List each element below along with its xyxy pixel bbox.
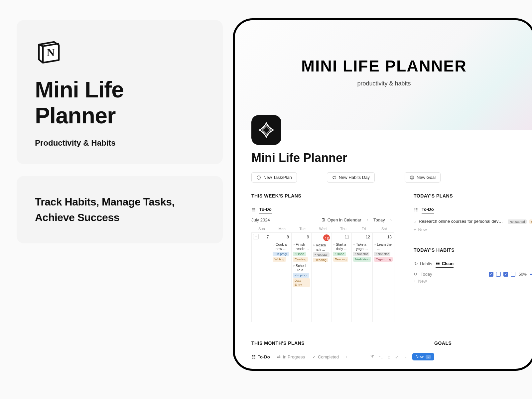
calendar-event[interactable]: Learn the …• Not starOrganizing [374, 242, 393, 262]
status-badge: • Not star [374, 252, 390, 256]
svg-point-1 [257, 176, 261, 179]
calendar-day-cell[interactable]: 13Learn the …• Not starOrganizing [373, 232, 394, 322]
habit-checkbox[interactable] [496, 272, 501, 277]
tab-month-inprogress[interactable]: ⇄ In Progress [277, 353, 305, 360]
day-header: Tue [292, 225, 313, 232]
tag-badge: Meditation [353, 257, 371, 262]
day-number: 10 [323, 234, 330, 241]
new-month-item-button[interactable]: New⌄ [412, 353, 434, 360]
list-icon: ☷ [436, 261, 440, 266]
search-icon[interactable]: ⌕ [388, 354, 390, 359]
open-in-calendar-button[interactable]: 🗓 Open in Calendar [321, 217, 361, 222]
tagline-card: Track Habits, Manage Tasks, Achieve Succ… [17, 176, 223, 243]
day-number: 13 [373, 234, 393, 240]
todays-plans-title: TODAY'S PLANS [414, 193, 532, 199]
add-view-button[interactable]: + [345, 354, 348, 359]
status-badge: • Not star [313, 252, 329, 257]
circle-icon [256, 175, 261, 180]
calendar-event[interactable]: Cook a new …• In progrWriting [273, 242, 290, 262]
new-goal-button[interactable]: New Goal [405, 172, 441, 183]
promo-card: N Mini Life Planner Productivity & Habit… [17, 20, 223, 164]
day-header: Sat [374, 225, 394, 232]
todays-habits-title: TODAY'S HABITS [414, 247, 532, 253]
habit-checkbox[interactable] [511, 272, 515, 277]
calendar-event[interactable]: Take a yoga …• Not starMeditation [353, 242, 371, 262]
calendar-event[interactable]: Finish readin…• DoneReading [293, 242, 310, 262]
today-task-row[interactable]: Research online courses for personal dev… [414, 217, 532, 225]
day-number: 12 [352, 234, 372, 240]
new-habits-button[interactable]: New Habits Day [327, 172, 375, 183]
status-badge: • In progr [273, 252, 289, 256]
tab-month-todo[interactable]: ☷ To-Do [251, 353, 270, 360]
sort-icon[interactable]: ↑↓ [379, 354, 383, 359]
calendar-event[interactable]: Resea rch …• Not starReading [313, 243, 330, 262]
cover: MINI LIFE PLANNER productivity & habits [235, 20, 532, 130]
habit-row-label: Today [421, 272, 485, 277]
month-section-title: THIS MONTH'S PLANS [251, 340, 434, 346]
tag-badge: Re [529, 219, 532, 224]
day-number: 8 [272, 234, 290, 240]
tab-todo-week[interactable]: To-Do [259, 206, 272, 213]
day-header: Wed [313, 225, 333, 232]
refresh-icon: ↻ [414, 272, 417, 277]
chevron-down-icon: ⌄ [426, 355, 431, 359]
new-task-label: New Task/Plan [263, 175, 292, 180]
habit-checkbox[interactable] [489, 272, 493, 277]
calendar-event[interactable]: Sched ule a …• In progrData Entry [293, 264, 310, 287]
goals-title: GOALS [434, 340, 527, 346]
status-badge: Not started [508, 219, 526, 224]
calendar-icon: 🗓 [321, 218, 326, 222]
new-plan-row[interactable]: New [414, 225, 532, 234]
more-icon[interactable]: ⋯ [403, 354, 408, 359]
status-badge: • Done [293, 252, 306, 256]
refresh-icon: ↻ [414, 262, 418, 266]
next-week-button[interactable]: › [389, 217, 393, 222]
tag-badge: Organizing [374, 257, 393, 262]
expand-icon[interactable]: ⤢ [395, 354, 399, 359]
new-habits-label: New Habits Day [339, 175, 370, 180]
status-badge: • In progr [293, 273, 309, 278]
tagline: Track Habits, Manage Tasks, Achieve Succ… [35, 194, 204, 225]
tag-badge: Writing [273, 257, 286, 262]
new-task-button[interactable]: New Task/Plan [251, 172, 297, 183]
tab-todo-today[interactable]: To-Do [422, 206, 434, 213]
calendar-day-cell[interactable]: 8Cook a new …• In progrWriting [271, 232, 291, 322]
calendar-day-cell[interactable]: 12Take a yoga …• Not starMeditation [352, 232, 373, 322]
promo-title: Mini Life Planner [35, 76, 204, 128]
cover-subtitle: productivity & habits [357, 80, 411, 87]
device-frame: MINI LIFE PLANNER productivity & habits … [233, 18, 532, 371]
refresh-icon [332, 175, 336, 180]
new-habit-row[interactable]: New [414, 277, 532, 286]
calendar-day-cell[interactable]: 9Finish readin…• DoneReadingSched ule a … [292, 232, 312, 322]
tag-badge: Reading [313, 258, 328, 262]
week-section-title: THIS WEEK'S PLANS [251, 193, 394, 199]
calendar-day-cell[interactable]: +7 [251, 232, 271, 322]
filter-icon[interactable]: ⧩ [370, 354, 374, 359]
list-icon [414, 207, 418, 212]
today-button[interactable]: Today [373, 217, 385, 222]
calendar-event[interactable]: Start a daily …• DoneReading [333, 242, 350, 262]
calendar-day-cell[interactable]: 10Resea rch …• Not starReading [312, 232, 332, 322]
target-icon [410, 175, 414, 180]
day-header: Sun [251, 225, 272, 232]
tab-clean[interactable]: ☷ Clean [436, 260, 454, 268]
day-header: Fri [353, 225, 374, 232]
day-number: 11 [332, 234, 351, 240]
prev-week-button[interactable]: ‹ [365, 217, 369, 222]
calendar-month-label: July 2024 [251, 217, 270, 222]
day-header: Mon [272, 225, 292, 232]
cover-title: MINI LIFE PLANNER [301, 57, 467, 75]
page-title: Mini Life Planner [251, 151, 517, 165]
add-event-button[interactable]: + [253, 234, 259, 239]
habit-checkbox[interactable] [503, 272, 508, 277]
promo-subtitle: Productivity & Habits [35, 138, 204, 148]
tab-month-completed[interactable]: ✓ Completed [312, 353, 339, 360]
arrows-icon: ⇄ [277, 354, 281, 359]
day-number: 9 [292, 234, 311, 240]
status-badge: • Done [333, 252, 346, 256]
tab-habits[interactable]: ↻ Habits [414, 260, 432, 267]
today-task-label: Research online courses for personal dev… [419, 219, 505, 224]
list-icon [251, 207, 256, 212]
habit-row-today[interactable]: ↻ Today 50% [414, 272, 532, 277]
calendar-day-cell[interactable]: 11Start a daily …• DoneReading [332, 232, 352, 322]
